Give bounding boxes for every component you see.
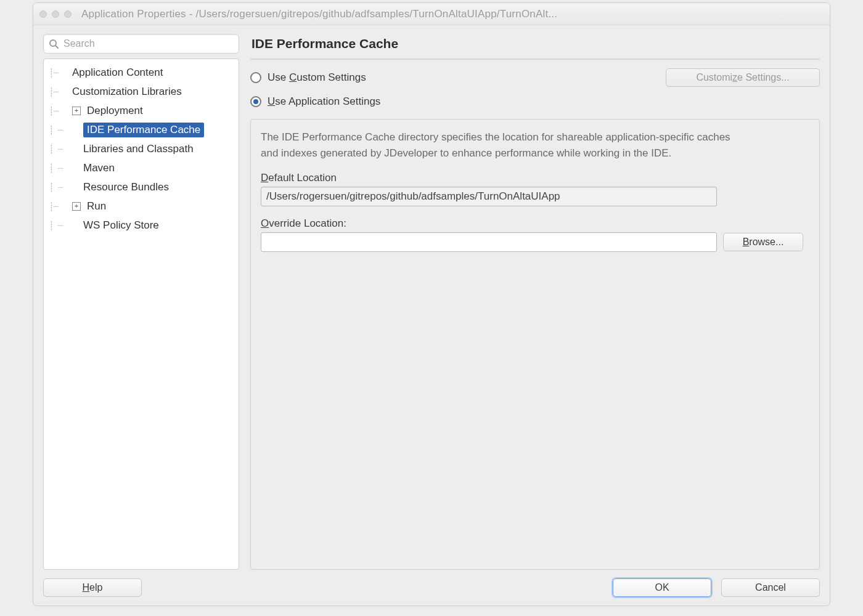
tree-guide-icon: ┊┈ (49, 68, 70, 78)
dialog-window: Application Properties - /Users/rogersue… (33, 2, 830, 606)
search-input[interactable] (62, 38, 234, 50)
browse-button[interactable]: Browse... (723, 233, 803, 251)
expand-toggle-icon[interactable]: + (72, 202, 81, 211)
tree-item-ws-policy-store[interactable]: ┊ ┈WS Policy Store (46, 216, 236, 235)
default-location-value: /Users/rogersuen/gitrepos/github/adfsamp… (261, 187, 717, 206)
radio-custom-label: Use Custom Settings (268, 71, 366, 84)
tree-guide-icon: ┊┈ (49, 201, 70, 211)
page-title: IDE Performance Cache (250, 34, 820, 60)
radio-custom-wrap[interactable]: Use Custom Settings (250, 71, 366, 84)
tree-item-resource-bundles[interactable]: ┊ ┈Resource Bundles (46, 177, 236, 197)
tree-item-label: WS Policy Store (83, 219, 159, 232)
tree-item-label: Libraries and Classpath (83, 143, 194, 155)
tree-guide-icon: ┊ ┈ (49, 163, 81, 173)
content-panel: IDE Performance Cache Use Custom Setting… (250, 34, 820, 570)
tree-item-customization-libraries[interactable]: ┊┈Customization Libraries (46, 82, 236, 101)
window-controls (39, 10, 72, 18)
tree-item-ide-performance-cache[interactable]: ┊ ┈IDE Performance Cache (46, 120, 236, 139)
search-icon (49, 39, 59, 49)
dialog-body: ┊┈Application Content┊┈Customization Lib… (33, 25, 830, 606)
category-tree[interactable]: ┊┈Application Content┊┈Customization Lib… (43, 59, 239, 570)
minimize-icon[interactable] (52, 10, 59, 18)
tree-item-maven[interactable]: ┊ ┈Maven (46, 158, 236, 177)
tree-guide-icon: ┊ ┈ (49, 221, 81, 230)
main-area: ┊┈Application Content┊┈Customization Lib… (43, 34, 820, 570)
window-title: Application Properties - /Users/rogersue… (81, 8, 557, 20)
sidebar: ┊┈Application Content┊┈Customization Lib… (43, 34, 239, 570)
default-location-label: Default Location (261, 172, 809, 184)
tree-item-run[interactable]: ┊┈+Run (46, 197, 236, 216)
settings-mode-row-1: Use Custom Settings Customize Settings..… (250, 68, 820, 87)
override-location-input[interactable] (261, 232, 717, 252)
tree-item-label: Customization Libraries (72, 86, 182, 98)
override-location-label: Override Location: (261, 217, 809, 230)
radio-application-label: Use Application Settings (268, 95, 380, 108)
tree-guide-icon: ┊ ┈ (49, 125, 81, 135)
footer-right: OK Cancel (613, 578, 820, 597)
tree-guide-icon: ┊ ┈ (49, 144, 81, 154)
tree-item-libraries-and-classpath[interactable]: ┊ ┈Libraries and Classpath (46, 139, 236, 158)
tree-item-application-content[interactable]: ┊┈Application Content (46, 63, 236, 82)
radio-application[interactable] (250, 96, 261, 107)
tree-guide-icon: ┊ ┈ (49, 182, 81, 192)
search-field[interactable] (43, 34, 239, 54)
expand-toggle-icon[interactable]: + (72, 107, 81, 115)
radio-app-wrap[interactable]: Use Application Settings (250, 95, 380, 108)
customize-settings-button[interactable]: Customize Settings... (666, 68, 820, 87)
tree-item-deployment[interactable]: ┊┈+Deployment (46, 101, 236, 120)
settings-panel: The IDE Performance Cache directory spec… (250, 119, 820, 570)
tree-item-label: IDE Performance Cache (83, 123, 204, 137)
override-row: Browse... (261, 232, 809, 252)
ok-button[interactable]: OK (613, 578, 711, 597)
tree-guide-icon: ┊┈ (49, 87, 70, 97)
dialog-footer: Help OK Cancel (43, 570, 820, 597)
tree-item-label: Application Content (72, 67, 163, 79)
titlebar: Application Properties - /Users/rogersue… (33, 3, 830, 25)
help-button[interactable]: Help (43, 578, 142, 597)
description-text: The IDE Performance Cache directory spec… (261, 129, 742, 161)
svg-line-1 (55, 46, 58, 48)
tree-item-label: Maven (83, 162, 115, 174)
tree-item-label: Run (87, 200, 106, 213)
cancel-button[interactable]: Cancel (721, 578, 820, 597)
tree-item-label: Resource Bundles (83, 181, 169, 193)
close-icon[interactable] (39, 10, 47, 18)
tree-item-label: Deployment (87, 105, 143, 117)
settings-mode-row-2: Use Application Settings (250, 95, 820, 108)
zoom-icon[interactable] (64, 10, 72, 18)
tree-guide-icon: ┊┈ (49, 106, 70, 116)
radio-custom[interactable] (250, 72, 261, 83)
